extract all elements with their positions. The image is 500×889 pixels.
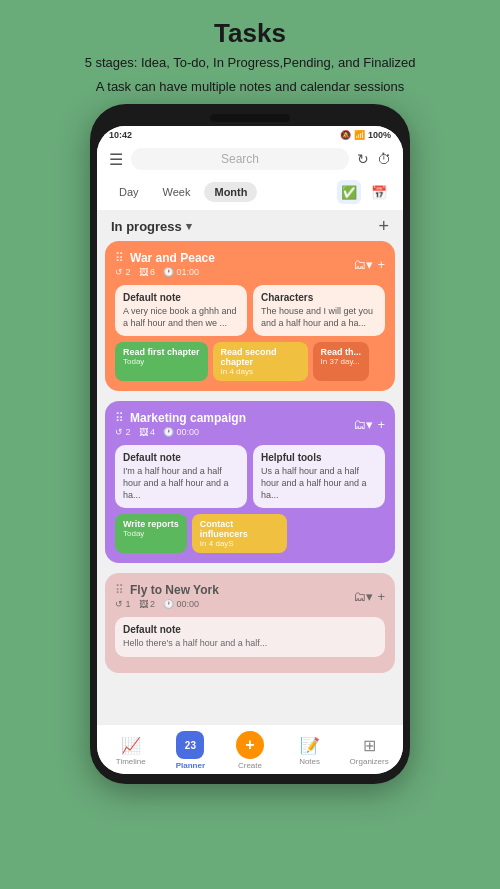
task-notes-war-peace: 🖼 6	[139, 267, 156, 277]
tab-month[interactable]: Month	[204, 182, 257, 202]
period-tabs: Day Week Month ✅ 📅	[97, 176, 403, 210]
menu-icon[interactable]: ☰	[109, 150, 123, 169]
tab-week[interactable]: Week	[153, 182, 201, 202]
top-bar: ☰ Search ↻ ⏱	[97, 142, 403, 176]
task-title-row-marketing: ⠿ Marketing campaign ↺ 2 🖼 4 🕐 00:00	[115, 411, 246, 437]
page-subtitle-line2: A task can have multiple notes and calen…	[10, 77, 490, 97]
drag-handle-fly[interactable]: ⠿	[115, 583, 124, 597]
task-meta-marketing: ↺ 2 🖼 4 🕐 00:00	[115, 427, 246, 437]
page-header: Tasks 5 stages: Idea, To-do, In Progress…	[0, 0, 500, 104]
note-title-default-fly: Default note	[123, 624, 377, 635]
organizers-icon: ⊞	[363, 736, 376, 755]
task-copy-icon-marketing[interactable]: 🗂▾	[353, 417, 373, 432]
nav-create[interactable]: + Create	[220, 731, 280, 770]
timeline-icon: 📈	[121, 736, 141, 755]
task-title-row-fly: ⠿ Fly to New York ↺ 1 🖼 2 🕐 00:00	[115, 583, 219, 609]
note-item-characters[interactable]: Characters The house and I will get you …	[253, 285, 385, 336]
phone-frame: 10:42 🔕 📶 100% ☰ Search ↻ ⏱ Day Week Mon…	[90, 104, 410, 784]
section-header: In progress ▾ +	[97, 210, 403, 241]
section-title-text: In progress	[111, 219, 182, 234]
task-notes-fly: 🖼 2	[139, 599, 156, 609]
task-time-war-peace: 🕐 01:00	[163, 267, 199, 277]
task-title-fly: Fly to New York	[130, 583, 219, 597]
task-title-marketing: Marketing campaign	[130, 411, 246, 425]
task-add-icon-war-peace[interactable]: +	[377, 257, 385, 272]
planner-icon: 23	[176, 731, 204, 759]
nav-notes[interactable]: 📝 Notes	[280, 736, 340, 766]
notes-icon: 📝	[300, 736, 320, 755]
search-box[interactable]: Search	[131, 148, 349, 170]
notes-label: Notes	[299, 757, 320, 766]
tab-day[interactable]: Day	[109, 182, 149, 202]
period-tab-icons: ✅ 📅	[337, 180, 391, 204]
add-section-button[interactable]: +	[378, 216, 389, 237]
refresh-icon[interactable]: ↻	[357, 151, 369, 167]
nav-organizers[interactable]: ⊞ Organizers	[339, 736, 399, 766]
calendar-icon[interactable]: 📅	[367, 180, 391, 204]
session-contact-influencers[interactable]: Contact influencers In 4 dayS	[192, 514, 287, 553]
drag-handle-marketing[interactable]: ⠿	[115, 411, 124, 425]
nav-timeline[interactable]: 📈 Timeline	[101, 736, 161, 766]
note-item-helpful-tools[interactable]: Helpful tools Us a half hour and a half …	[253, 445, 385, 508]
note-text-default-fly: Hello there's a half hour and a half...	[123, 638, 377, 650]
search-placeholder: Search	[221, 152, 259, 166]
timeline-label: Timeline	[116, 757, 146, 766]
note-item-default[interactable]: Default note A very nice book a ghhh and…	[115, 285, 247, 336]
session-second-chapter[interactable]: Read second chapter In 4 days	[213, 342, 308, 381]
task-card-fly-newyork: ⠿ Fly to New York ↺ 1 🖼 2 🕐 00:00 🗂▾ +	[105, 573, 395, 673]
task-copy-icon-fly[interactable]: 🗂▾	[353, 589, 373, 604]
section-title[interactable]: In progress ▾	[111, 219, 192, 234]
drag-handle-war-peace[interactable]: ⠿	[115, 251, 124, 265]
task-meta-war-peace: ↺ 2 🖼 6 🕐 01:00	[115, 267, 215, 277]
notes-grid-fly: Default note Hello there's a half hour a…	[115, 617, 385, 657]
timer-icon[interactable]: ⏱	[377, 151, 391, 167]
notes-grid-marketing: Default note I'm a half hour and a half …	[115, 445, 385, 508]
task-actions-war-peace: 🗂▾ +	[353, 257, 385, 272]
session-third-chapter[interactable]: Read th... In 37 day...	[313, 342, 370, 381]
note-item-default-marketing[interactable]: Default note I'm a half hour and a half …	[115, 445, 247, 508]
task-time-marketing: 🕐 00:00	[163, 427, 199, 437]
task-copy-icon-war-peace[interactable]: 🗂▾	[353, 257, 373, 272]
task-time-fly: 🕐 00:00	[163, 599, 199, 609]
page-title: Tasks	[10, 18, 490, 49]
task-card-war-peace: ⠿ War and Peace ↺ 2 🖼 6 🕐 01:00 🗂▾ +	[105, 241, 395, 391]
scroll-content: ⠿ War and Peace ↺ 2 🖼 6 🕐 01:00 🗂▾ +	[97, 241, 403, 724]
sessions-row-marketing: Write reports Today Contact influencers …	[115, 514, 385, 553]
session-first-chapter[interactable]: Read first chapter Today	[115, 342, 208, 381]
task-card-header-marketing: ⠿ Marketing campaign ↺ 2 🖼 4 🕐 00:00 🗂▾ …	[115, 411, 385, 437]
task-notes-marketing: 🖼 4	[139, 427, 156, 437]
bottom-nav: 📈 Timeline 23 Planner + Create 📝 Notes ⊞…	[97, 724, 403, 774]
note-text-default: A very nice book a ghhh and a half hour …	[123, 306, 239, 329]
top-bar-icons: ↻ ⏱	[357, 151, 391, 167]
task-actions-marketing: 🗂▾ +	[353, 417, 385, 432]
task-add-icon-fly[interactable]: +	[377, 589, 385, 604]
phone-notch	[210, 114, 290, 122]
task-card-marketing: ⠿ Marketing campaign ↺ 2 🖼 4 🕐 00:00 🗂▾ …	[105, 401, 395, 563]
status-bar: 10:42 🔕 📶 100%	[97, 126, 403, 142]
create-label: Create	[238, 761, 262, 770]
task-title-war-peace: War and Peace	[130, 251, 215, 265]
section-dropdown-arrow: ▾	[186, 220, 192, 233]
status-time: 10:42	[109, 130, 132, 140]
session-write-reports[interactable]: Write reports Today	[115, 514, 187, 553]
task-actions-fly: 🗂▾ +	[353, 589, 385, 604]
task-recur-fly: ↺ 1	[115, 599, 131, 609]
task-card-header-war-peace: ⠿ War and Peace ↺ 2 🖼 6 🕐 01:00 🗂▾ +	[115, 251, 385, 277]
status-battery: 🔕 📶 100%	[340, 130, 391, 140]
notes-grid-war-peace: Default note A very nice book a ghhh and…	[115, 285, 385, 336]
nav-planner[interactable]: 23 Planner	[161, 731, 221, 770]
note-text-helpful-tools: Us a half hour and a half hour and a hal…	[261, 466, 377, 501]
task-meta-fly: ↺ 1 🖼 2 🕐 00:00	[115, 599, 219, 609]
note-text-characters: The house and I will get you and a half …	[261, 306, 377, 329]
task-recur-war-peace: ↺ 2	[115, 267, 131, 277]
note-title-characters: Characters	[261, 292, 377, 303]
note-text-default-marketing: I'm a half hour and a half hour and a ha…	[123, 466, 239, 501]
task-title-row-war-peace: ⠿ War and Peace ↺ 2 🖼 6 🕐 01:00	[115, 251, 215, 277]
note-title-helpful-tools: Helpful tools	[261, 452, 377, 463]
planner-label: Planner	[176, 761, 205, 770]
phone-screen: 10:42 🔕 📶 100% ☰ Search ↻ ⏱ Day Week Mon…	[97, 126, 403, 774]
check-calendar-icon[interactable]: ✅	[337, 180, 361, 204]
task-add-icon-marketing[interactable]: +	[377, 417, 385, 432]
note-title-default-marketing: Default note	[123, 452, 239, 463]
note-item-default-fly[interactable]: Default note Hello there's a half hour a…	[115, 617, 385, 657]
